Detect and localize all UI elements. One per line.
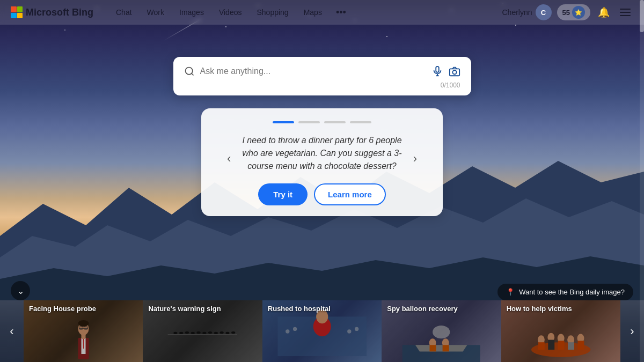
news-figure-1: [143, 319, 262, 350]
svg-point-22: [185, 331, 189, 334]
logo[interactable]: Microsoft Bing: [11, 6, 93, 18]
search-container: 0/1000: [173, 57, 471, 95]
svg-point-24: [197, 331, 201, 334]
logo-blue: [11, 13, 17, 19]
logo-text: Microsoft Bing: [26, 7, 93, 18]
svg-rect-41: [430, 345, 436, 351]
svg-line-4: [191, 73, 193, 76]
svg-rect-5: [436, 67, 439, 72]
logo-yellow: [17, 13, 23, 19]
svg-point-34: [286, 329, 289, 333]
microphone-icon: [431, 65, 443, 77]
svg-rect-53: [568, 342, 574, 350]
scrollbar-thumb[interactable]: [640, 0, 644, 32]
search-input-row: [184, 65, 460, 77]
svg-point-9: [452, 70, 456, 74]
user-info[interactable]: Cherlynn C: [502, 4, 552, 20]
nav-right: Cherlynn C 55 ⭐ 🔔: [502, 4, 634, 20]
svg-point-25: [203, 331, 207, 334]
logo-squares: [11, 6, 23, 18]
promo-card: ‹ I need to throw a dinner party for 6 p…: [201, 108, 443, 216]
news-figure-3: [382, 319, 501, 363]
svg-rect-43: [443, 345, 449, 351]
daily-image-button[interactable]: 📍 Want to see the Bing daily image?: [497, 284, 633, 300]
chevron-down-icon: ⌄: [17, 286, 24, 296]
user-avatar: C: [536, 4, 552, 20]
search-input[interactable]: [200, 67, 426, 76]
svg-point-20: [174, 331, 178, 334]
nav-maps[interactable]: Maps: [297, 5, 328, 20]
svg-point-26: [208, 331, 212, 334]
nav-more-button[interactable]: •••: [331, 5, 352, 20]
news-label-1: Nature's warning sign: [148, 305, 257, 313]
scroll-down-button[interactable]: ⌄: [11, 281, 30, 300]
news-item-0[interactable]: Facing House probe: [24, 300, 143, 362]
news-figure-2: [262, 307, 382, 356]
svg-point-23: [191, 331, 195, 334]
svg-point-28: [220, 331, 224, 334]
svg-point-18: [78, 320, 89, 327]
svg-rect-47: [538, 342, 545, 350]
news-left-arrow-icon: ‹: [10, 324, 13, 338]
svg-rect-51: [558, 341, 564, 350]
news-items: Facing House probe: [24, 300, 620, 362]
svg-rect-55: [577, 341, 584, 350]
points-badge[interactable]: 55 ⭐: [557, 4, 590, 20]
news-right-arrow-icon: ›: [630, 324, 634, 338]
scrollbar[interactable]: [640, 0, 644, 362]
dot-2[interactable]: [298, 121, 320, 123]
learn-more-button[interactable]: Learn more: [314, 183, 386, 205]
dot-3[interactable]: [324, 121, 346, 123]
svg-point-30: [232, 331, 236, 334]
nav-images[interactable]: Images: [173, 5, 210, 20]
try-it-button[interactable]: Try it: [258, 183, 308, 205]
news-prev-button[interactable]: ‹: [0, 300, 24, 362]
news-label-0: Facing House probe: [29, 305, 137, 313]
dot-4[interactable]: [350, 121, 371, 123]
news-label-4: How to help victims: [507, 305, 615, 313]
search-icon: [184, 66, 195, 77]
logo-green: [17, 6, 23, 12]
news-figure-4: [501, 313, 620, 362]
promo-prev-button[interactable]: ‹: [223, 150, 235, 168]
progress-dots: [223, 121, 421, 123]
dot-1[interactable]: [273, 121, 294, 123]
bell-icon: 🔔: [598, 6, 610, 18]
promo-buttons: Try it Learn more: [223, 183, 421, 205]
points-value: 55: [562, 9, 570, 17]
svg-point-27: [214, 331, 218, 334]
bottom-area: ⌄ 📍 Want to see the Bing daily image?: [0, 281, 644, 300]
news-item-1[interactable]: Nature's warning sign: [143, 300, 262, 362]
notifications-button[interactable]: 🔔: [596, 4, 612, 20]
nav-shopping[interactable]: Shopping: [250, 5, 295, 20]
menu-button[interactable]: [617, 4, 633, 20]
svg-point-44: [433, 326, 450, 338]
svg-point-35: [293, 327, 297, 330]
location-icon: 📍: [506, 288, 515, 296]
news-item-3[interactable]: Spy balloon recovery: [382, 300, 501, 362]
promo-next-button[interactable]: ›: [409, 150, 421, 168]
svg-point-37: [355, 327, 358, 330]
svg-point-36: [347, 329, 351, 333]
nav-videos[interactable]: Videos: [213, 5, 248, 20]
nav-chat[interactable]: Chat: [109, 5, 138, 20]
news-item-4[interactable]: How to help victims: [501, 300, 620, 362]
news-item-2[interactable]: Rushed to hospital: [262, 300, 382, 362]
daily-image-label: Want to see the Bing daily image?: [519, 288, 625, 296]
camera-icon: [449, 65, 460, 77]
camera-button[interactable]: [449, 65, 460, 77]
news-label-3: Spy balloon recovery: [387, 305, 495, 313]
hamburger-icon: [620, 9, 631, 16]
user-name: Cherlynn: [502, 8, 532, 17]
nav-work[interactable]: Work: [141, 5, 171, 20]
microphone-button[interactable]: [431, 65, 443, 77]
svg-rect-49: [548, 340, 554, 350]
svg-point-21: [179, 331, 183, 334]
search-actions: [431, 65, 460, 77]
logo-red: [11, 6, 17, 12]
navbar: Microsoft Bing Chat Work Images Videos S…: [0, 0, 644, 25]
news-strip: ‹: [0, 300, 644, 362]
nav-links: Chat Work Images Videos Shopping Maps ••…: [109, 5, 502, 20]
svg-point-29: [226, 331, 230, 334]
main-content: 0/1000 ‹ I need to throw a dinner party …: [0, 25, 644, 216]
